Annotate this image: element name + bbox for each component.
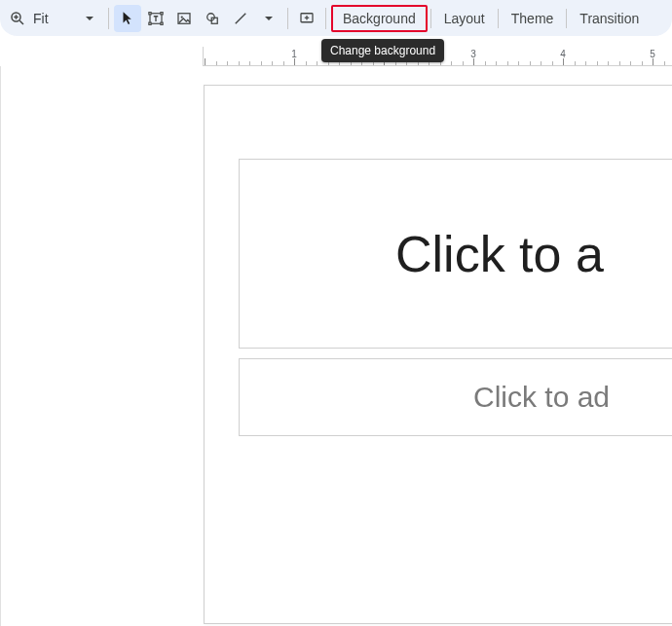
background-button[interactable]: Background [331, 5, 428, 32]
separator [430, 9, 431, 28]
zoom-group: Fit [4, 5, 103, 32]
tooltip-text: Change background [330, 44, 435, 57]
svg-point-11 [207, 13, 215, 20]
svg-rect-5 [149, 12, 151, 14]
zoom-dropdown-icon[interactable] [76, 5, 103, 32]
zoom-icon[interactable] [4, 5, 31, 32]
zoom-level[interactable]: Fit [31, 11, 76, 26]
textbox-tool[interactable] [142, 5, 169, 32]
layout-button[interactable]: Layout [434, 5, 495, 32]
svg-rect-7 [149, 22, 151, 24]
title-placeholder-text: Click to a [240, 225, 672, 283]
toolbar: Fit [0, 0, 672, 37]
svg-point-10 [181, 16, 183, 18]
ruler-label: 5 [650, 49, 655, 59]
line-tool[interactable] [227, 5, 254, 32]
layout-button-label: Layout [444, 11, 485, 26]
svg-line-1 [19, 20, 23, 24]
title-placeholder[interactable]: Click to a [239, 159, 672, 349]
subtitle-placeholder-text: Click to ad [240, 381, 672, 414]
background-button-label: Background [343, 11, 416, 26]
separator [498, 9, 499, 28]
panel-divider[interactable] [0, 66, 1, 626]
subtitle-placeholder[interactable]: Click to ad [239, 358, 672, 436]
tooltip: Change background [321, 39, 444, 62]
theme-button-label: Theme [511, 11, 554, 26]
separator [325, 8, 326, 29]
slide-canvas[interactable]: Click to a Click to ad [205, 86, 672, 623]
ruler-label: 4 [560, 49, 566, 59]
line-dropdown-icon[interactable] [255, 5, 282, 32]
shape-tool[interactable] [199, 5, 226, 32]
separator [108, 8, 109, 29]
svg-rect-8 [161, 22, 163, 24]
transition-button[interactable]: Transition [570, 5, 649, 32]
select-tool[interactable] [114, 5, 141, 32]
editor-stage: 12345 Click to a Click to ad [0, 37, 672, 626]
svg-line-13 [236, 13, 246, 23]
separator [287, 8, 288, 29]
add-comment-button[interactable] [293, 5, 320, 32]
theme-button[interactable]: Theme [502, 5, 564, 32]
transition-button-label: Transition [579, 11, 639, 26]
separator [566, 9, 567, 28]
ruler-label: 1 [291, 49, 297, 59]
zoom-label-text: Fit [33, 11, 49, 26]
insert-image-tool[interactable] [170, 5, 198, 32]
ruler-label: 3 [470, 49, 476, 59]
svg-rect-6 [161, 12, 163, 14]
